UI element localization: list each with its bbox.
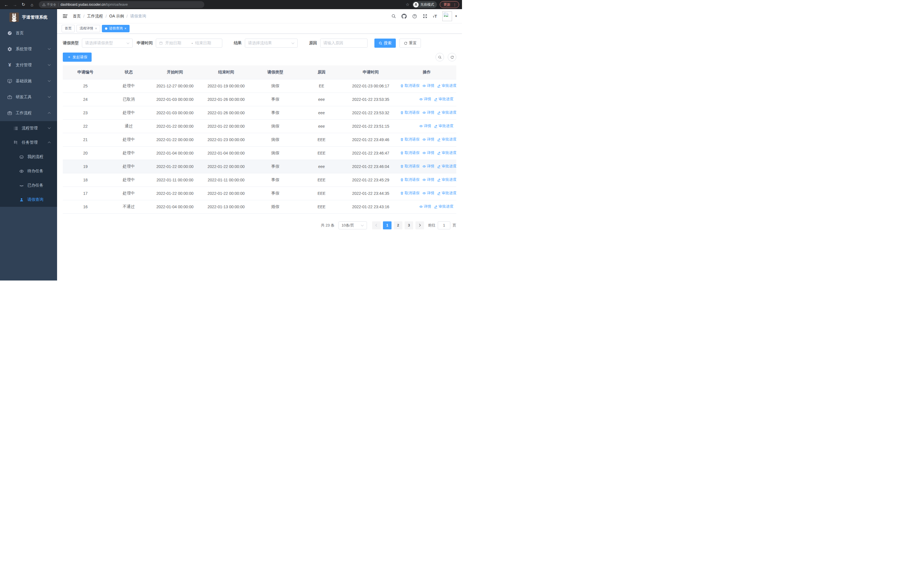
create-leave-button[interactable]: ＋ 发起请假 <box>63 53 92 62</box>
refresh-table-button[interactable] <box>448 53 456 62</box>
sidebar-item-todo-tasks[interactable]: 待办任务 <box>0 164 57 178</box>
reason-input[interactable]: 请输入原因 <box>320 39 368 48</box>
sidebar-collapse-icon[interactable] <box>62 14 68 19</box>
progress-action-link[interactable]: 审批进度 <box>437 177 456 182</box>
sidebar-item-payment[interactable]: ¥ 支付管理 <box>0 57 57 73</box>
end-time-cell: 2022-01-22 00:00:00 <box>201 186 252 200</box>
progress-action-link[interactable]: 审批进度 <box>434 96 453 102</box>
end-date-input[interactable]: 结束日期 <box>195 41 219 46</box>
reset-button[interactable]: 重置 <box>399 39 421 48</box>
page-button-2[interactable]: 2 <box>394 221 402 229</box>
sidebar-item-workflow[interactable]: 工作流程 <box>0 105 57 121</box>
chevron-down-icon <box>48 126 51 129</box>
breadcrumb-current: 请假查询 <box>130 14 146 19</box>
cancel-action-link[interactable]: 取消请假 <box>400 137 420 142</box>
edit-icon <box>437 178 441 182</box>
leave-type-cell: 病假 <box>252 133 299 146</box>
page-button-3[interactable]: 3 <box>405 221 413 229</box>
request-id-cell: 17 <box>63 186 108 200</box>
app-logo[interactable]: 芋道管理系统 <box>0 9 57 25</box>
reload-icon[interactable]: ↻ <box>20 1 27 8</box>
sidebar-item-process-management[interactable]: 流程管理 <box>0 121 57 135</box>
chevron-up-icon <box>48 142 51 144</box>
progress-action-link[interactable]: 审批进度 <box>434 204 453 209</box>
fullscreen-icon[interactable] <box>423 14 428 18</box>
detail-action-link[interactable]: 详情 <box>419 96 431 102</box>
close-icon[interactable]: × <box>95 27 97 30</box>
search-button[interactable]: 搜索 <box>374 39 396 48</box>
sidebar-item-home[interactable]: 首页 <box>0 25 57 41</box>
back-icon[interactable]: ← <box>3 1 10 8</box>
font-size-icon[interactable]: TT <box>433 14 437 18</box>
user-avatar[interactable] <box>442 11 452 21</box>
detail-action-link[interactable]: 详情 <box>422 110 434 115</box>
leave-table: 申请编号 状态 开始时间 结束时间 请假类型 原因 申请时间 操作 25处理中2… <box>63 65 456 214</box>
eye-icon <box>422 111 426 114</box>
workflow-submenu: 流程管理 任务管理 我的流程 待办任务 已办任务 请假 <box>0 121 57 207</box>
url-bar[interactable]: 不安全 dashboard.yudao.iocoder.cn/bpm/oa/le… <box>39 1 204 8</box>
not-secure-badge[interactable]: 不安全 <box>42 3 56 7</box>
start-date-input[interactable]: 开始日期 <box>165 41 189 46</box>
github-icon[interactable] <box>402 14 406 19</box>
bookmark-star-icon[interactable]: ☆ <box>406 2 410 7</box>
status-cell: 处理中 <box>108 160 150 173</box>
breadcrumb-oa-example[interactable]: OA 示例 <box>109 14 124 19</box>
breadcrumb-workflow[interactable]: 工作流程 <box>87 14 103 19</box>
progress-action-link[interactable]: 审批进度 <box>437 150 456 155</box>
tab-leave-query[interactable]: 请假查询× <box>102 25 129 32</box>
apply-time-range-picker[interactable]: 开始日期 - 结束日期 <box>156 39 222 48</box>
incognito-icon <box>413 2 418 8</box>
col-actions: 操作 <box>397 65 456 79</box>
search-icon[interactable] <box>391 14 396 18</box>
tab-process-detail[interactable]: 流程详情× <box>76 25 100 32</box>
avatar-dropdown-caret[interactable]: ▾ <box>455 14 457 18</box>
page-size-select[interactable]: 10条/页 <box>339 221 367 229</box>
cancel-action-link[interactable]: 取消请假 <box>400 110 420 115</box>
page-button-1[interactable]: 1 <box>383 221 392 229</box>
progress-action-link[interactable]: 审批进度 <box>437 83 456 88</box>
sidebar-item-system[interactable]: 系统管理 <box>0 41 57 57</box>
browser-menu-icon[interactable]: ⋮ <box>453 3 457 7</box>
cancel-action-link[interactable]: 取消请假 <box>400 164 420 169</box>
next-page-button[interactable] <box>416 221 424 229</box>
sidebar-item-task-management[interactable]: 任务管理 <box>0 135 57 150</box>
end-time-cell: 2022-01-22 00:00:00 <box>201 160 252 173</box>
progress-action-link[interactable]: 审批进度 <box>437 110 456 115</box>
result-select[interactable]: 请选择流结果 <box>245 39 298 48</box>
sidebar-item-leave-query[interactable]: 请假查询 <box>0 193 57 207</box>
breadcrumb-home[interactable]: 首页 <box>73 14 81 19</box>
progress-action-link[interactable]: 审批进度 <box>437 191 456 196</box>
sidebar-item-my-process[interactable]: 我的流程 <box>0 150 57 164</box>
update-button[interactable]: 更新 ⋮ <box>440 1 459 8</box>
sidebar-item-infrastructure[interactable]: 基础设施 <box>0 73 57 89</box>
close-icon[interactable]: × <box>124 27 126 30</box>
reason-cell: eee <box>299 119 344 133</box>
detail-action-link[interactable]: 详情 <box>419 123 431 129</box>
goto-page-input[interactable]: 1 <box>438 221 450 229</box>
detail-action-link[interactable]: 详情 <box>422 83 434 88</box>
cancel-action-link[interactable]: 取消请假 <box>400 83 420 88</box>
cancel-action-link[interactable]: 取消请假 <box>400 191 420 196</box>
cancel-action-link[interactable]: 取消请假 <box>400 177 420 182</box>
col-leave-type: 请假类型 <box>252 65 299 79</box>
detail-action-link[interactable]: 详情 <box>422 164 434 169</box>
progress-action-link[interactable]: 审批进度 <box>437 164 456 169</box>
progress-action-link[interactable]: 审批进度 <box>437 137 456 142</box>
sidebar-item-done-tasks[interactable]: 已办任务 <box>0 178 57 193</box>
refresh-icon <box>404 41 408 45</box>
sidebar-item-dev-tools[interactable]: 研发工具 <box>0 89 57 105</box>
detail-action-link[interactable]: 详情 <box>422 150 434 155</box>
prev-page-button[interactable] <box>372 221 381 229</box>
tab-home[interactable]: 首页 <box>62 25 75 32</box>
toggle-search-button[interactable] <box>435 53 444 62</box>
detail-action-link[interactable]: 详情 <box>422 191 434 196</box>
detail-action-link[interactable]: 详情 <box>422 137 434 142</box>
detail-action-link[interactable]: 详情 <box>419 204 431 209</box>
cancel-action-link[interactable]: 取消请假 <box>400 150 420 155</box>
progress-action-link[interactable]: 审批进度 <box>434 123 453 129</box>
detail-action-link[interactable]: 详情 <box>422 177 434 182</box>
forward-icon[interactable]: → <box>11 1 18 8</box>
leave-type-select[interactable]: 请选择请假类型 <box>82 39 133 48</box>
home-icon[interactable]: ⌂ <box>28 1 35 8</box>
help-icon[interactable] <box>412 14 417 19</box>
